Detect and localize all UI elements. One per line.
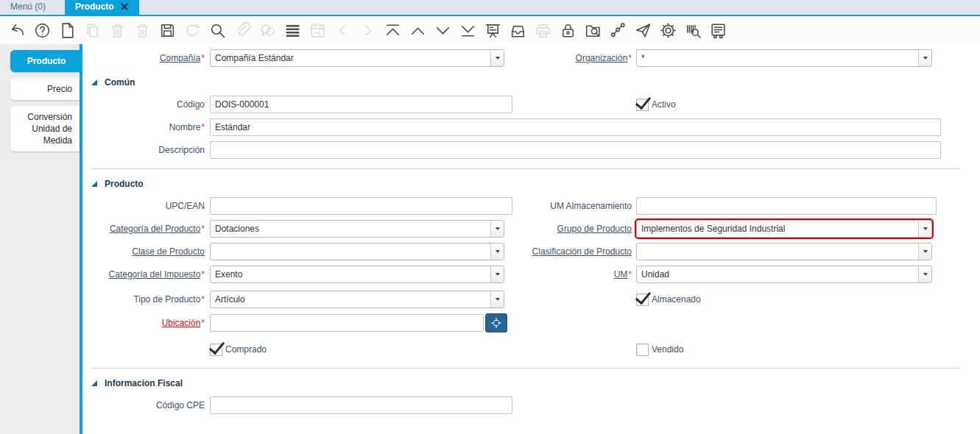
detail-record-icon [359, 21, 377, 40]
vendido-label: Vendido [652, 344, 683, 355]
chevron-down-icon[interactable] [918, 50, 931, 66]
codigo-cpe-label: Código CPE [88, 400, 205, 410]
undo-icon[interactable] [8, 21, 27, 40]
last-record-icon[interactable] [459, 21, 477, 40]
compania-value: Compañía Estándar [211, 53, 490, 63]
help-icon[interactable] [33, 21, 52, 40]
categoria-producto-value: Dotaciones [211, 224, 490, 234]
tab-menu[interactable]: Menú (0) [0, 0, 56, 15]
first-record-icon[interactable] [384, 21, 402, 40]
tab-producto-label: Producto [75, 1, 114, 12]
required-marker: * [201, 318, 205, 328]
chevron-down-icon[interactable] [490, 243, 504, 260]
grupo-producto-select[interactable]: Implementos de Seguridad Industrial [636, 220, 932, 238]
close-icon[interactable] [120, 2, 129, 11]
delete-selection-icon [133, 21, 152, 40]
product-info-icon[interactable] [684, 21, 702, 40]
comprado-label: Comprado [225, 344, 267, 355]
chevron-down-icon[interactable] [490, 221, 504, 237]
sidebar-tab-precio[interactable]: Precio [10, 78, 80, 100]
product-form: Compañía* Compañía Estándar Organización… [82, 44, 980, 434]
section-comun-title: Común [105, 77, 135, 88]
sidebar-tab-producto[interactable]: Producto [10, 50, 82, 72]
previous-record-icon[interactable] [409, 21, 427, 40]
clase-producto-select[interactable] [210, 243, 504, 260]
required-marker: * [628, 53, 632, 63]
categoria-impuesto-label[interactable]: Categoría del Impuesto [109, 269, 201, 280]
organizacion-label[interactable]: Organización [576, 53, 628, 63]
nombre-input[interactable] [210, 118, 941, 136]
clasificacion-producto-select[interactable] [636, 243, 932, 260]
codigo-cpe-input[interactable] [210, 396, 512, 414]
delete-record-icon [108, 21, 127, 40]
compania-select[interactable]: Compañía Estándar [210, 49, 504, 67]
report-icon[interactable] [484, 21, 502, 40]
descripcion-input[interactable] [210, 141, 941, 159]
required-marker: * [628, 269, 632, 280]
chevron-down-icon[interactable] [490, 50, 504, 66]
find-icon[interactable] [208, 21, 227, 40]
window-tab-bar: Menú (0) Producto [0, 0, 980, 16]
tipo-producto-value: Artículo [211, 294, 490, 305]
um-label[interactable]: UM [614, 269, 628, 280]
grupo-producto-label[interactable]: Grupo de Producto [557, 224, 632, 234]
tab-sidebar: Producto Precio Conversión Unidad de Med… [0, 44, 82, 434]
almacenado-checkbox[interactable] [636, 294, 649, 306]
clase-producto-label[interactable]: Clase de Producto [132, 246, 205, 257]
print-icon [534, 21, 552, 40]
report-list-icon[interactable] [709, 21, 727, 40]
sidebar-accent-strip [80, 44, 82, 434]
comprado-checkbox[interactable] [210, 344, 222, 356]
chevron-down-icon[interactable] [918, 243, 931, 260]
tab-producto[interactable]: Producto [65, 0, 139, 15]
ubicacion-input[interactable] [210, 314, 484, 332]
next-record-icon[interactable] [434, 21, 452, 40]
tipo-producto-select[interactable]: Artículo [210, 291, 504, 308]
nombre-label: Nombre [169, 122, 201, 132]
grid-toggle-icon[interactable] [283, 21, 302, 40]
categoria-producto-label[interactable]: Categoría del Producto [110, 224, 200, 234]
activo-checkbox[interactable] [636, 99, 649, 111]
clasificacion-producto-label[interactable]: Clasificación de Producto [532, 246, 632, 257]
almacenado-label: Almacenado [652, 294, 701, 305]
workflow-icon[interactable] [609, 21, 627, 40]
codigo-label: Código [88, 99, 205, 110]
collapse-triangle-icon[interactable] [91, 380, 97, 386]
chevron-down-icon[interactable] [918, 266, 931, 282]
chevron-down-icon[interactable] [490, 291, 504, 307]
requests-icon[interactable] [634, 21, 652, 40]
attachment-icon [233, 21, 252, 40]
organizacion-select[interactable]: * [636, 49, 932, 67]
compania-label[interactable]: Compañía [160, 53, 200, 63]
preferences-icon[interactable] [659, 21, 677, 40]
descripcion-label: Descripción [88, 145, 205, 155]
um-almacenamiento-input[interactable] [636, 197, 937, 215]
zoom-across-icon[interactable] [584, 21, 602, 40]
chat-icon [258, 21, 277, 40]
archive-icon[interactable] [509, 21, 527, 40]
required-marker: * [201, 224, 205, 234]
vendido-checkbox[interactable] [636, 344, 649, 356]
categoria-impuesto-select[interactable]: Exento [210, 266, 504, 283]
save-icon[interactable] [158, 21, 177, 40]
locator-button[interactable] [485, 313, 507, 332]
sidebar-tab-conversion[interactable]: Conversión Unidad de Medida [10, 106, 80, 152]
upc-label: UPC/EAN [88, 201, 205, 211]
section-divider [91, 168, 959, 169]
collapse-triangle-icon[interactable] [91, 79, 97, 85]
upc-input[interactable] [210, 197, 512, 215]
ubicacion-label[interactable]: Ubicación [162, 318, 201, 328]
chevron-down-icon[interactable] [918, 221, 931, 237]
categoria-impuesto-value: Exento [211, 269, 490, 280]
required-marker: * [201, 122, 205, 132]
categoria-producto-select[interactable]: Dotaciones [210, 220, 504, 238]
codigo-input[interactable] [210, 96, 512, 113]
um-select[interactable]: Unidad [636, 266, 932, 283]
new-record-icon[interactable] [58, 21, 77, 40]
calendar-icon [309, 21, 327, 40]
lock-icon[interactable] [559, 21, 577, 40]
collapse-triangle-icon[interactable] [91, 181, 97, 187]
chevron-down-icon[interactable] [490, 266, 504, 282]
tab-menu-label: Menú (0) [10, 1, 46, 12]
refresh-icon [183, 21, 202, 40]
